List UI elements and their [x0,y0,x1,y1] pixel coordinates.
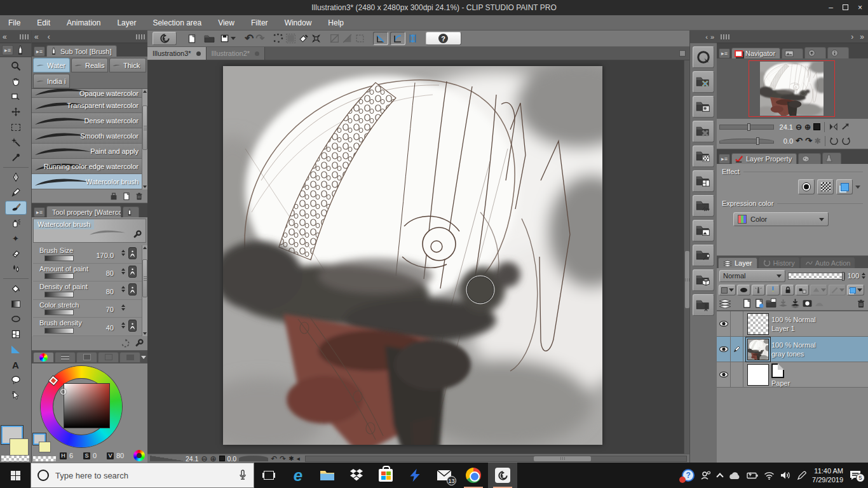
snap-special-disabled-icon[interactable] [342,33,353,44]
enable-mask-dropdown[interactable] [810,285,827,295]
pen-tray-button[interactable] [797,471,806,480]
new-vector-layer-icon[interactable] [754,298,764,309]
snap-ruler-disabled-icon[interactable] [329,33,340,44]
ruler-tool[interactable] [5,342,27,356]
people-tray-button[interactable] [700,470,712,480]
brush-tool-selected[interactable] [5,201,27,215]
zoom-slider[interactable] [150,456,183,461]
draft-layer-button[interactable] [766,285,780,295]
open-clip-studio-button[interactable] [153,32,177,45]
quick-access-button[interactable] [693,46,714,68]
intermediate-color-tab[interactable] [98,352,119,363]
group-tab-watercolor[interactable]: Water [33,58,70,72]
flip-horizontal-icon[interactable] [829,123,838,131]
microphone-icon[interactable] [238,470,247,481]
tab-list-button[interactable] [678,49,687,58]
sub-color-swatch[interactable] [39,442,51,452]
pen-pressure-button[interactable] [128,283,137,295]
item-bank-tab[interactable] [804,47,826,58]
merge-down-icon[interactable] [778,298,789,309]
collapse-icon[interactable]: ‹ [48,32,50,41]
visibility-cell[interactable] [717,362,731,387]
transfer-down-icon[interactable] [790,298,801,309]
wifi-tray-button[interactable] [764,471,775,480]
lock-transparent-pixels-button[interactable] [796,285,809,295]
opacity-slider[interactable] [788,273,845,280]
task-view-button[interactable] [254,463,283,488]
sv-marker[interactable] [60,389,66,395]
collapse-double-icon[interactable]: » [860,32,864,41]
correct-line-tool[interactable] [5,388,27,402]
blue-app-taskbar-button[interactable] [400,463,430,488]
zoom-in-icon[interactable]: ⊕ [804,123,811,131]
material-download-button[interactable] [693,245,714,266]
save-button[interactable] [219,32,237,45]
material-3d-button[interactable] [693,269,714,291]
rotate-ccw-icon[interactable] [829,137,839,145]
grip-icon[interactable] [20,34,29,39]
menu-edit[interactable]: Edit [29,15,58,30]
navigator-preview[interactable] [717,58,868,119]
collapse-double-icon[interactable]: « [34,32,39,41]
auto-select-tool[interactable] [5,135,27,149]
zoom-out-icon[interactable]: ⊖ [796,123,802,131]
saturation-value-square[interactable] [64,383,110,428]
lock-layer-button[interactable] [781,285,794,295]
collapse-icon[interactable]: ‹ [705,33,708,41]
tone-effect-button[interactable] [817,179,834,194]
wrench-icon[interactable] [134,339,144,348]
airbrush-tool[interactable] [5,216,27,230]
document-tab-illustration2[interactable]: Illustration2* [207,47,266,60]
eraser-tool[interactable] [5,247,27,261]
close-button[interactable]: × [855,2,865,13]
effect-settings-tab[interactable] [822,152,841,164]
text-tool[interactable]: A [5,358,27,372]
duplicate-subtool-icon[interactable] [109,192,118,201]
slider-bar[interactable] [44,292,74,297]
fill-selection-icon[interactable] [298,33,309,44]
color-wheel-tab[interactable] [33,352,54,363]
reset-defaults-icon[interactable] [121,339,130,348]
brush-item-smooth-watercolor[interactable]: Smooth watercolor [32,128,142,144]
pen-pressure-button[interactable] [128,266,137,278]
new-folder-icon[interactable] [766,298,776,309]
tone-settings-tab[interactable] [798,153,821,164]
taskbar-clock[interactable]: 11:40 AM 7/29/2019 [812,466,843,484]
menu-file[interactable]: File [0,15,29,30]
snap-to-ruler-button[interactable] [373,32,388,45]
apply-mask-icon[interactable] [814,298,825,309]
tool-menu-button[interactable]: ▸≡ [2,45,13,55]
new-subtool-icon[interactable] [122,192,131,201]
rotate-right-icon[interactable]: ↷ [280,455,286,463]
battery-tray-button[interactable] [747,471,758,479]
panel-menu-button[interactable]: ▸≡ [719,154,730,164]
brush-list-scrollbar[interactable] [142,89,147,189]
taskbar-search[interactable]: Type here to search [31,463,254,488]
show-hidden-icons-button[interactable] [717,471,722,479]
clip-to-layer-button[interactable] [737,285,750,295]
menu-view[interactable]: View [210,15,243,30]
reference-layer-button[interactable] [752,285,765,295]
onedrive-tray-button[interactable] [728,471,741,480]
ruler-range-dropdown[interactable] [829,285,846,295]
create-mask-icon[interactable] [802,298,813,309]
grip-icon[interactable] [721,34,729,39]
group-tab-realistic[interactable]: Realis [71,58,108,72]
action-center-button[interactable]: 5 [849,470,862,481]
pen-tool[interactable] [5,170,27,184]
reset-rotation-icon[interactable]: ✱ [815,137,821,145]
navigator-rotation-slider[interactable] [719,137,774,145]
frame-border-tool[interactable] [5,327,27,341]
stepper[interactable] [121,268,125,274]
delete-subtool-icon[interactable] [135,192,144,201]
group-tab-india-ink[interactable]: India i [33,74,70,88]
rotate-left-icon[interactable]: ↶ [271,455,277,463]
menu-layer[interactable]: Layer [109,15,144,30]
new-file-button[interactable] [184,32,200,45]
material-image-material-button[interactable] [693,220,714,241]
move-tool[interactable] [5,105,27,119]
canvas-vertical-scrollbar[interactable] [684,60,689,454]
microsoft-store-taskbar-button[interactable] [371,463,400,488]
color-history-tab[interactable] [119,352,140,363]
new-raster-layer-icon[interactable] [742,298,752,309]
